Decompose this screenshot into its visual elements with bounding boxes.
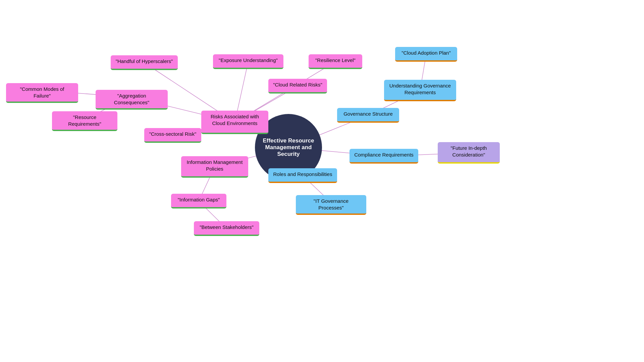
node-risks: Risks Associated with Cloud Environments [201,111,268,134]
node-governance_struct: Governance Structure [337,108,399,123]
node-between: "Between Stakeholders" [194,221,259,236]
node-future: "Future In-depth Consideration" [438,142,500,164]
node-info_gaps: "Information Gaps" [171,194,226,208]
node-exposure: "Exposure Understanding" [213,54,283,69]
node-cloud_adoption: "Cloud Adoption Plan" [395,47,457,62]
node-understanding_gov: Understanding Governance Requirements [384,80,456,101]
node-roles: Roles and Responsibilities [268,168,337,183]
node-resource_req: "Resource Requirements" [52,111,117,131]
node-it_gov: "IT Governance Processes" [296,195,366,215]
node-cloud_risks: "Cloud Related Risks" [268,79,327,94]
node-cross: "Cross-sectoral Risk" [144,128,201,143]
node-resilience: "Resilience Level" [309,54,362,69]
node-compliance: Compliance Requirements [350,149,418,164]
node-handful: "Handful of Hyperscalers" [111,55,178,70]
node-common: "Common Modes of Failure" [6,83,78,103]
mind-map: Effective Resource Management and Securi… [0,0,644,362]
node-info_mgmt: Information Management Policies [181,156,248,178]
node-aggregation: "Aggregation Consequences" [96,90,168,110]
